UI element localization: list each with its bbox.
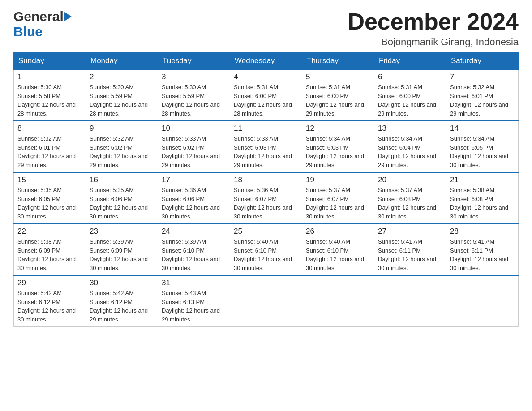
- day-number: 26: [306, 227, 370, 236]
- day-info: Sunrise: 5:43 AM Sunset: 6:13 PM Dayligh…: [162, 289, 226, 324]
- calendar-day-26: 26 Sunrise: 5:40 AM Sunset: 6:10 PM Dayl…: [302, 224, 374, 275]
- day-info: Sunrise: 5:36 AM Sunset: 6:06 PM Dayligh…: [162, 186, 226, 221]
- col-thursday: Thursday: [302, 53, 374, 70]
- day-number: 12: [306, 124, 370, 133]
- day-info: Sunrise: 5:40 AM Sunset: 6:10 PM Dayligh…: [234, 237, 298, 272]
- day-info: Sunrise: 5:36 AM Sunset: 6:07 PM Dayligh…: [234, 186, 298, 221]
- day-number: 29: [17, 278, 82, 287]
- calendar-day-31: 31 Sunrise: 5:43 AM Sunset: 6:13 PM Dayl…: [158, 275, 230, 327]
- day-info: Sunrise: 5:37 AM Sunset: 6:07 PM Dayligh…: [306, 186, 370, 221]
- day-info: Sunrise: 5:32 AM Sunset: 6:01 PM Dayligh…: [17, 134, 82, 169]
- day-info: Sunrise: 5:42 AM Sunset: 6:12 PM Dayligh…: [90, 289, 154, 324]
- calendar-day-16: 16 Sunrise: 5:35 AM Sunset: 6:06 PM Dayl…: [86, 172, 158, 224]
- col-tuesday: Tuesday: [158, 53, 230, 70]
- calendar-day-21: 21 Sunrise: 5:38 AM Sunset: 6:08 PM Dayl…: [446, 172, 519, 224]
- day-number: 15: [17, 176, 82, 184]
- day-info: Sunrise: 5:30 AM Sunset: 5:59 PM Dayligh…: [162, 83, 226, 118]
- calendar-week-5: 29 Sunrise: 5:42 AM Sunset: 6:12 PM Dayl…: [14, 275, 519, 327]
- day-number: 30: [90, 278, 154, 287]
- day-info: Sunrise: 5:41 AM Sunset: 6:11 PM Dayligh…: [450, 237, 515, 272]
- calendar-day-8: 8 Sunrise: 5:32 AM Sunset: 6:01 PM Dayli…: [14, 121, 86, 172]
- day-number: 20: [378, 176, 442, 184]
- calendar-day-11: 11 Sunrise: 5:33 AM Sunset: 6:03 PM Dayl…: [230, 121, 302, 172]
- calendar-day-18: 18 Sunrise: 5:36 AM Sunset: 6:07 PM Dayl…: [230, 172, 302, 224]
- calendar-day-5: 5 Sunrise: 5:31 AM Sunset: 6:00 PM Dayli…: [302, 69, 374, 121]
- col-monday: Monday: [86, 53, 158, 70]
- calendar-table: Sunday Monday Tuesday Wednesday Thursday…: [13, 52, 519, 327]
- calendar-day-23: 23 Sunrise: 5:39 AM Sunset: 6:09 PM Dayl…: [86, 224, 158, 275]
- calendar-day-12: 12 Sunrise: 5:34 AM Sunset: 6:03 PM Dayl…: [302, 121, 374, 172]
- day-number: 21: [450, 176, 515, 184]
- calendar-day-3: 3 Sunrise: 5:30 AM Sunset: 5:59 PM Dayli…: [158, 69, 230, 121]
- day-info: Sunrise: 5:30 AM Sunset: 5:59 PM Dayligh…: [90, 83, 154, 118]
- col-friday: Friday: [374, 53, 446, 70]
- month-title: December 2024: [348, 9, 519, 34]
- day-info: Sunrise: 5:34 AM Sunset: 6:05 PM Dayligh…: [450, 134, 515, 169]
- day-info: Sunrise: 5:39 AM Sunset: 6:09 PM Dayligh…: [90, 237, 154, 272]
- day-info: Sunrise: 5:34 AM Sunset: 6:03 PM Dayligh…: [306, 134, 370, 169]
- calendar-day-13: 13 Sunrise: 5:34 AM Sunset: 6:04 PM Dayl…: [374, 121, 446, 172]
- page-header: General Blue December 2024 Bojongmanik G…: [13, 9, 519, 48]
- day-number: 4: [234, 73, 298, 81]
- calendar-week-4: 22 Sunrise: 5:38 AM Sunset: 6:09 PM Dayl…: [14, 224, 519, 275]
- calendar-day-15: 15 Sunrise: 5:35 AM Sunset: 6:05 PM Dayl…: [14, 172, 86, 224]
- day-number: 22: [17, 227, 82, 236]
- logo-blue-text: Blue: [13, 24, 43, 39]
- calendar-day-6: 6 Sunrise: 5:31 AM Sunset: 6:00 PM Dayli…: [374, 69, 446, 121]
- day-number: 10: [162, 124, 226, 133]
- title-section: December 2024 Bojongmanik Girang, Indone…: [348, 9, 519, 48]
- day-info: Sunrise: 5:38 AM Sunset: 6:09 PM Dayligh…: [17, 237, 82, 272]
- calendar-day-25: 25 Sunrise: 5:40 AM Sunset: 6:10 PM Dayl…: [230, 224, 302, 275]
- calendar-day-1: 1 Sunrise: 5:30 AM Sunset: 5:58 PM Dayli…: [14, 69, 86, 121]
- calendar-day-10: 10 Sunrise: 5:33 AM Sunset: 6:02 PM Dayl…: [158, 121, 230, 172]
- logo-triangle-icon: [64, 12, 72, 21]
- day-number: 3: [162, 73, 226, 81]
- day-number: 23: [90, 227, 154, 236]
- day-number: 11: [234, 124, 298, 133]
- day-info: Sunrise: 5:34 AM Sunset: 6:04 PM Dayligh…: [378, 134, 442, 169]
- day-info: Sunrise: 5:41 AM Sunset: 6:11 PM Dayligh…: [378, 237, 442, 272]
- calendar-day-7: 7 Sunrise: 5:32 AM Sunset: 6:01 PM Dayli…: [446, 69, 519, 121]
- day-number: 6: [378, 73, 442, 81]
- calendar-day-4: 4 Sunrise: 5:31 AM Sunset: 6:00 PM Dayli…: [230, 69, 302, 121]
- day-number: 9: [90, 124, 154, 133]
- day-info: Sunrise: 5:30 AM Sunset: 5:58 PM Dayligh…: [17, 83, 82, 118]
- empty-cell: [446, 275, 519, 327]
- day-info: Sunrise: 5:31 AM Sunset: 6:00 PM Dayligh…: [378, 83, 442, 118]
- calendar-day-22: 22 Sunrise: 5:38 AM Sunset: 6:09 PM Dayl…: [14, 224, 86, 275]
- day-number: 24: [162, 227, 226, 236]
- calendar-day-19: 19 Sunrise: 5:37 AM Sunset: 6:07 PM Dayl…: [302, 172, 374, 224]
- day-number: 8: [17, 124, 82, 133]
- day-info: Sunrise: 5:38 AM Sunset: 6:08 PM Dayligh…: [450, 186, 515, 221]
- empty-cell: [230, 275, 302, 327]
- col-sunday: Sunday: [14, 53, 86, 70]
- day-number: 19: [306, 176, 370, 184]
- calendar-day-14: 14 Sunrise: 5:34 AM Sunset: 6:05 PM Dayl…: [446, 121, 519, 172]
- calendar-week-2: 8 Sunrise: 5:32 AM Sunset: 6:01 PM Dayli…: [14, 121, 519, 172]
- day-info: Sunrise: 5:32 AM Sunset: 6:02 PM Dayligh…: [90, 134, 154, 169]
- calendar-day-9: 9 Sunrise: 5:32 AM Sunset: 6:02 PM Dayli…: [86, 121, 158, 172]
- calendar-day-2: 2 Sunrise: 5:30 AM Sunset: 5:59 PM Dayli…: [86, 69, 158, 121]
- day-number: 18: [234, 176, 298, 184]
- day-info: Sunrise: 5:37 AM Sunset: 6:08 PM Dayligh…: [378, 186, 442, 221]
- day-info: Sunrise: 5:39 AM Sunset: 6:10 PM Dayligh…: [162, 237, 226, 272]
- location-subtitle: Bojongmanik Girang, Indonesia: [348, 36, 519, 48]
- day-info: Sunrise: 5:35 AM Sunset: 6:05 PM Dayligh…: [17, 186, 82, 221]
- day-info: Sunrise: 5:31 AM Sunset: 6:00 PM Dayligh…: [306, 83, 370, 118]
- day-number: 2: [90, 73, 154, 81]
- day-info: Sunrise: 5:32 AM Sunset: 6:01 PM Dayligh…: [450, 83, 515, 118]
- day-number: 28: [450, 227, 515, 236]
- day-number: 7: [450, 73, 515, 81]
- day-number: 1: [17, 73, 82, 81]
- calendar-day-27: 27 Sunrise: 5:41 AM Sunset: 6:11 PM Dayl…: [374, 224, 446, 275]
- day-number: 17: [162, 176, 226, 184]
- calendar-day-24: 24 Sunrise: 5:39 AM Sunset: 6:10 PM Dayl…: [158, 224, 230, 275]
- calendar-day-29: 29 Sunrise: 5:42 AM Sunset: 6:12 PM Dayl…: [14, 275, 86, 327]
- col-wednesday: Wednesday: [230, 53, 302, 70]
- logo-general-text: General: [13, 9, 64, 24]
- col-saturday: Saturday: [446, 53, 519, 70]
- day-number: 14: [450, 124, 515, 133]
- calendar-day-28: 28 Sunrise: 5:41 AM Sunset: 6:11 PM Dayl…: [446, 224, 519, 275]
- calendar-header-row: Sunday Monday Tuesday Wednesday Thursday…: [14, 53, 519, 70]
- day-info: Sunrise: 5:35 AM Sunset: 6:06 PM Dayligh…: [90, 186, 154, 221]
